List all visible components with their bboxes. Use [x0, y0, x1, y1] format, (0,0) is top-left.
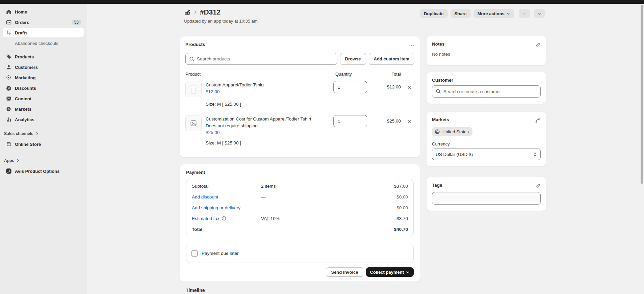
market-chip[interactable]: United States — [432, 127, 472, 136]
sidebar-item-label: Discounts — [15, 86, 36, 91]
notes-card: Notes No notes — [427, 36, 546, 65]
page-header: #D312 Updated by an app today at 10:35 a… — [184, 8, 258, 24]
subtotal-detail: 2 items — [261, 184, 394, 189]
next-order-button[interactable] — [534, 9, 545, 18]
sidebar-item-content[interactable]: Content — [3, 94, 84, 103]
currency-label: Currency — [432, 141, 541, 146]
payment-due-later-label: Payment due later — [202, 251, 239, 256]
add-discount-link[interactable]: Add discount — [192, 194, 261, 199]
sidebar-item-analytics[interactable]: Analytics — [3, 115, 84, 124]
sidebar-item-marketing[interactable]: Marketing — [3, 73, 84, 82]
product-price-link[interactable]: $12.00 — [206, 88, 220, 95]
product-shipping-note: Does not require shipping — [206, 123, 333, 129]
quantity-input[interactable] — [333, 115, 367, 127]
product-name[interactable]: Customization Cost for Custom Apparel/To… — [206, 116, 333, 123]
sidebar-item-drafts[interactable]: Drafts — [3, 28, 84, 37]
currency-select[interactable]: US Dollar (USD $) — [432, 149, 541, 160]
product-search-box — [185, 53, 337, 65]
sales-channels-label: Sales channels — [4, 131, 33, 136]
share-label: Share — [455, 11, 467, 16]
payment-due-later-box: Payment due later — [186, 244, 414, 263]
sidebar-item-label: Products — [15, 54, 34, 59]
quantity-input[interactable] — [333, 81, 367, 93]
sidebar-item-customers[interactable]: Customers — [3, 62, 84, 72]
payment-title: Payment — [186, 170, 205, 175]
pencil-icon — [535, 183, 541, 189]
previous-order-button[interactable] — [519, 9, 530, 18]
content-icon — [5, 95, 12, 102]
tshirt-image — [187, 82, 200, 96]
column-quantity: Quantity — [333, 72, 367, 77]
remove-line-item-button[interactable] — [407, 119, 412, 124]
sidebar-item-orders[interactable]: Orders 53 — [3, 18, 84, 27]
globe-icon — [435, 129, 440, 134]
customers-icon — [5, 64, 12, 71]
total-label: Total — [192, 227, 261, 232]
chevron-up-icon — [522, 12, 526, 16]
send-invoice-button[interactable]: Send invoice — [326, 267, 363, 277]
markets-branch-button[interactable] — [535, 117, 541, 124]
sidebar-item-discounts[interactable]: Discounts — [3, 83, 84, 93]
product-row: Custom Apparel/Todler Tshirt $12.00 $12.… — [185, 77, 414, 111]
product-search-input[interactable] — [197, 56, 334, 61]
product-thumbnail — [185, 81, 202, 97]
sidebar-item-label: Online Store — [15, 142, 41, 147]
remove-line-item-button[interactable] — [407, 85, 412, 90]
marketing-icon — [5, 74, 12, 81]
markets-card: Markets United States Currency US Dollar… — [427, 112, 546, 166]
notes-title: Notes — [432, 42, 445, 47]
more-actions-button[interactable]: More actions — [473, 9, 514, 18]
add-shipping-link[interactable]: Add shipping or delivery — [192, 205, 261, 210]
markets-globe-icon: $ — [5, 106, 12, 112]
tax-detail: VAT 10% — [261, 216, 396, 221]
duplicate-button[interactable]: Duplicate — [420, 9, 448, 18]
draft-order-icon[interactable] — [184, 9, 191, 16]
chevron-down-icon — [538, 12, 541, 16]
products-table-header: Product Quantity Total — [185, 72, 414, 77]
search-icon — [436, 89, 441, 94]
edit-notes-button[interactable] — [535, 42, 541, 48]
products-tag-icon — [5, 53, 12, 60]
sidebar-item-abandoned-checkouts[interactable]: Abandoned checkouts — [3, 38, 84, 48]
orders-count-badge: 53 — [72, 20, 81, 25]
share-button[interactable]: Share — [450, 9, 471, 18]
payment-summary-box: Subtotal 2 items $37.00 Add discount — $… — [186, 179, 414, 236]
breadcrumb: #D312 — [184, 8, 258, 16]
line-total: $25.00 — [367, 115, 401, 124]
payment-due-later-checkbox[interactable] — [191, 250, 198, 257]
product-price-link[interactable]: $25.00 — [206, 129, 220, 136]
spacer — [5, 40, 12, 47]
products-menu-button[interactable] — [409, 42, 414, 49]
total-amount: $40.70 — [394, 227, 408, 232]
sidebar-item-label: Home — [15, 9, 27, 15]
edit-tags-button[interactable] — [535, 183, 541, 189]
customer-search-input[interactable] — [443, 89, 537, 94]
estimated-tax-link[interactable]: Estimated tax — [192, 216, 220, 221]
sales-channels-header[interactable]: Sales channels — [3, 131, 84, 136]
add-custom-item-button[interactable]: Add custom item — [369, 53, 414, 65]
header-actions: Duplicate Share More actions — [420, 9, 545, 18]
product-row: Customization Cost for Custom Apparel/To… — [185, 111, 414, 150]
product-name[interactable]: Custom Apparel/Todler Tshirt — [206, 82, 333, 88]
breadcrumb-chevron-icon — [194, 10, 197, 14]
chevron-down-icon — [507, 12, 510, 16]
sidebar-item-home[interactable]: Home — [3, 7, 84, 17]
drafts-branch-icon — [5, 29, 12, 36]
tags-input[interactable] — [432, 192, 541, 205]
sidebar-item-products[interactable]: Products — [3, 52, 84, 61]
scrollbar-thumb[interactable] — [641, 5, 643, 184]
browse-button[interactable]: Browse — [340, 53, 366, 65]
sidebar-item-online-store[interactable]: Online Store — [3, 139, 84, 149]
apps-header[interactable]: Apps — [3, 158, 84, 163]
scrollbar[interactable] — [640, 4, 644, 294]
info-icon[interactable] — [222, 216, 226, 221]
subtotal-label: Subtotal — [192, 184, 261, 189]
image-placeholder-icon — [190, 119, 197, 127]
collect-payment-button[interactable]: Collect payment — [366, 267, 414, 277]
avis-app-icon — [5, 168, 12, 175]
product-thumbnail-placeholder — [185, 115, 202, 131]
sidebar-item-markets[interactable]: $ Markets — [3, 104, 84, 114]
sidebar-item-avis-product-options[interactable]: Avis Product Options — [3, 166, 84, 176]
line-total: $12.00 — [367, 81, 401, 89]
discount-detail: — — [261, 194, 396, 199]
